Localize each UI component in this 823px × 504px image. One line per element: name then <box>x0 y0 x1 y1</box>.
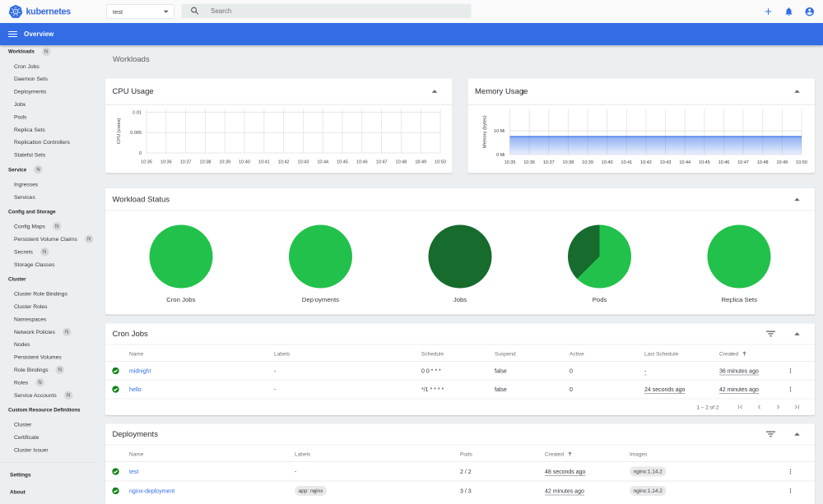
sidebar-item-service[interactable]: ServiceN <box>0 164 97 176</box>
images-cell: nginx:1.14.2 <box>630 481 787 501</box>
sidebar-item-persistent-volume-claims[interactable]: Persistent Volume ClaimsN <box>0 233 97 245</box>
sidebar-item-jobs[interactable]: Jobs <box>0 98 97 110</box>
name-cell[interactable]: nginx-deployment <box>129 481 295 501</box>
filter-cron-jobs-button[interactable] <box>766 331 775 337</box>
sidebar-item-cluster-issuer[interactable]: Cluster Issuer <box>0 443 97 455</box>
sidebar-item-ingresses[interactable]: Ingresses <box>0 178 97 190</box>
svg-text:CPU (cores): CPU (cores) <box>116 118 121 144</box>
sidebar-item-network-policies[interactable]: Network PoliciesN <box>0 326 97 338</box>
column-header-created[interactable]: Created <box>719 345 787 362</box>
column-header-pods[interactable]: Pods <box>460 446 545 462</box>
column-header-labels[interactable]: Labels <box>295 446 460 462</box>
deployment-row-nginx-deployment[interactable]: nginx-deployment app: nginx 3 / 3 42 min… <box>105 481 815 501</box>
search-bar[interactable] <box>182 4 472 19</box>
sidebar-item-service-accounts[interactable]: Service AccountsN <box>0 389 97 401</box>
sidebar-item-cluster-role-bindings[interactable]: Cluster Role Bindings <box>0 288 97 300</box>
chevron-down-icon <box>164 11 170 14</box>
svg-text:10:47: 10:47 <box>376 160 388 164</box>
column-header-created[interactable]: Created <box>545 446 630 462</box>
workload-status-header: Workload Status <box>105 188 815 211</box>
row-actions-button[interactable] <box>787 362 815 381</box>
column-header-name[interactable]: Name <box>129 446 295 462</box>
sidebar-item-label: Jobs <box>14 101 26 108</box>
column-header-schedule[interactable]: Schedule <box>421 345 495 362</box>
filter-deployments-button[interactable] <box>766 432 775 437</box>
svg-text:Memory (bytes): Memory (bytes) <box>482 115 487 148</box>
sidebar-item-secrets[interactable]: SecretsN <box>0 245 97 257</box>
sidebar-item-label: Storage Classes <box>14 261 55 268</box>
row-actions-button[interactable] <box>787 481 815 501</box>
chevron-right-icon <box>774 403 783 411</box>
collapse-status-button[interactable] <box>794 197 800 201</box>
sidebar-item-label: Service <box>8 167 26 173</box>
sidebar-item-namespaces[interactable]: Namespaces <box>0 312 97 325</box>
collapse-cpu-button[interactable] <box>432 90 438 93</box>
collapse-cron-jobs-button[interactable] <box>794 332 800 335</box>
status-cell <box>105 380 129 399</box>
column-header-suspend[interactable]: Suspend <box>495 345 570 362</box>
caret-up-icon <box>794 332 800 335</box>
sidebar-item-replica-sets[interactable]: Replica Sets <box>0 123 97 136</box>
column-header-images[interactable]: Images <box>630 446 787 462</box>
sidebar-item-cluster[interactable]: Cluster <box>0 273 97 285</box>
sidebar-item-storage-classes[interactable]: Storage Classes <box>0 258 97 270</box>
search-input[interactable] <box>210 7 440 15</box>
sidebar-item-config-maps[interactable]: Config MapsN <box>0 220 97 233</box>
user-menu-button[interactable] <box>799 0 820 23</box>
collapse-deployments-button[interactable] <box>794 432 800 436</box>
page-toolbar: Overview <box>0 23 823 45</box>
menu-button[interactable] <box>8 30 17 38</box>
next-page-button[interactable] <box>769 403 788 411</box>
sidebar-item-roles[interactable]: RolesN <box>0 376 97 388</box>
sidebar-item-nodes[interactable]: Nodes <box>0 338 97 350</box>
sidebar-item-workloads[interactable]: WorkloadsN <box>0 45 97 58</box>
image-chip: nginx:1.14.2 <box>630 486 666 496</box>
sidebar-item-replication-controllers[interactable]: Replication Controllers <box>0 136 97 148</box>
create-resource-button[interactable] <box>758 0 779 23</box>
row-actions-button[interactable] <box>787 462 815 482</box>
kubernetes-brand[interactable]: kubernetes <box>8 4 71 19</box>
first-page-button[interactable] <box>731 403 750 411</box>
column-header-active[interactable]: Active <box>570 345 644 362</box>
sidebar-item-pods[interactable]: Pods <box>0 110 97 123</box>
sidebar-item-settings[interactable]: Settings <box>0 466 97 483</box>
last-page-button[interactable] <box>788 403 807 411</box>
sort-arrow-icon <box>742 351 746 356</box>
svg-text:10:35: 10:35 <box>504 160 516 164</box>
row-actions-button[interactable] <box>787 380 815 399</box>
sidebar-item-about[interactable]: About <box>0 483 97 501</box>
deployment-row-test[interactable]: test - 2 / 2 48 seconds ago nginx:1.14.2 <box>105 462 815 482</box>
collapse-memory-button[interactable] <box>794 90 800 93</box>
memory-card-title: Memory Usage <box>475 87 794 96</box>
sidebar-item-cluster[interactable]: Cluster <box>0 418 97 431</box>
sidebar-item-role-bindings[interactable]: Role BindingsN <box>0 363 97 376</box>
sidebar-item-daemon-sets[interactable]: Daemon Sets <box>0 72 97 85</box>
namespaced-badge: N <box>63 327 72 336</box>
notifications-button[interactable] <box>779 0 799 23</box>
sidebar-item-persistent-volumes[interactable]: Persistent Volumes <box>0 351 97 363</box>
sidebar-item-cluster-roles[interactable]: Cluster Roles <box>0 300 97 312</box>
previous-page-button[interactable] <box>750 403 769 411</box>
workload-status-replica-sets: Replica Sets <box>669 225 809 304</box>
column-header-name[interactable]: Name <box>129 345 274 362</box>
sidebar-item-config-and-storage[interactable]: Config and Storage <box>0 206 97 218</box>
navbar-actions <box>758 0 823 23</box>
column-header-labels[interactable]: Labels <box>274 345 421 362</box>
column-header-last-schedule[interactable]: Last Schedule <box>644 345 719 362</box>
name-cell[interactable]: hello <box>129 380 274 399</box>
cron-job-row-hello[interactable]: hello - */1 * * * * false 0 24 seconds a… <box>105 380 815 399</box>
name-cell[interactable]: test <box>129 462 295 482</box>
top-navbar: kubernetes test <box>0 0 823 23</box>
svg-text:0.005: 0.005 <box>130 130 142 135</box>
sidebar-item-services[interactable]: Services <box>0 191 97 203</box>
cron-job-row-midnight[interactable]: midnight - 0 0 * * * false 0 - 36 minute… <box>105 362 815 381</box>
sidebar-item-deployments[interactable]: Deployments <box>0 86 97 98</box>
namespace-select[interactable]: test <box>107 5 174 20</box>
cpu-card-header: CPU Usage <box>105 79 453 105</box>
sidebar-item-stateful-sets[interactable]: Stateful Sets <box>0 149 97 161</box>
sidebar-item-custom-resource-definitions[interactable]: Custom Resource Definitions <box>0 404 97 416</box>
sidebar-item-cron-jobs[interactable]: Cron Jobs <box>0 60 97 72</box>
sidebar-item-certificate[interactable]: Certificate <box>0 431 97 443</box>
pie-chart <box>289 225 352 289</box>
name-cell[interactable]: midnight <box>129 362 274 381</box>
